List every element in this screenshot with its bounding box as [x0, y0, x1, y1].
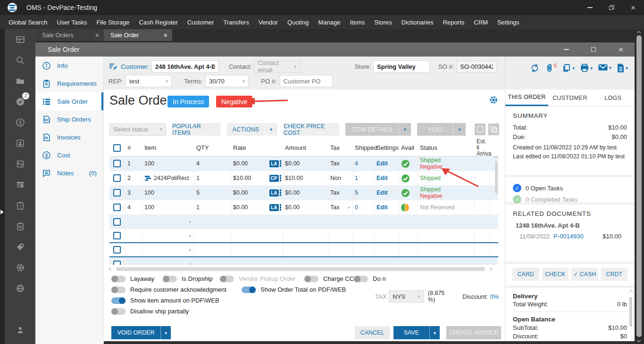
sidebar-item-settings[interactable] — [5, 257, 35, 278]
tab-logs[interactable]: LOGS — [592, 90, 635, 106]
discount-value[interactable]: 0% — [490, 293, 499, 300]
rate-type-badge[interactable]: LA — [269, 160, 278, 167]
chevron-down-icon[interactable]: ▾ — [189, 233, 191, 238]
sidebar-item-tags[interactable] — [5, 237, 35, 257]
panel-scrollbar[interactable] — [629, 287, 633, 336]
table-horizontal-scrollbar[interactable] — [109, 266, 498, 272]
nav-item-requirements[interactable]: Requirements — [35, 74, 103, 92]
rate-type-badge[interactable]: LA — [269, 204, 278, 211]
toggle-do-not[interactable]: Do n — [354, 275, 385, 282]
table-vertical-scrollbar[interactable] — [494, 157, 498, 263]
email-button[interactable]: ▾ — [598, 63, 611, 72]
select-region-button[interactable] — [475, 123, 485, 135]
rate-type-badge[interactable]: CP — [269, 175, 279, 182]
close-button[interactable]: × — [622, 0, 644, 15]
order-settings-button[interactable] — [489, 95, 498, 106]
sidebar-item-tasks[interactable]: 2 — [5, 91, 35, 112]
window-scrollbar[interactable] — [635, 29, 644, 344]
item-details-dropdown-button[interactable]: ▾ — [398, 123, 411, 136]
toggle-is-dropship[interactable]: Is Dropship — [163, 275, 213, 282]
tab-close-icon[interactable]: × — [164, 32, 167, 39]
copy-button[interactable]: ▾ — [562, 63, 575, 73]
check-payment-button[interactable]: CHECK — [542, 268, 569, 281]
kebab-menu-icon[interactable] — [280, 174, 282, 181]
row-checkbox[interactable] — [113, 246, 121, 254]
inner-maximize-button[interactable] — [580, 42, 607, 57]
nav-item-ship-orders[interactable]: SH Ship Orders — [35, 110, 103, 128]
sidebar-item-user[interactable] — [5, 319, 35, 340]
empty-row[interactable]: ▾ — [109, 215, 498, 229]
nav-item-sale-order[interactable]: Sale Order — [35, 92, 103, 110]
related-doc-link[interactable]: P-0014930 — [553, 233, 584, 240]
actions-dropdown-button[interactable]: ▾ — [265, 123, 277, 136]
card-payment-button[interactable]: CARD — [512, 268, 539, 281]
row-checkbox[interactable] — [113, 218, 121, 226]
menu-reports[interactable]: Reports — [438, 19, 469, 26]
menu-dictionaries[interactable]: Dictionaries — [397, 19, 438, 26]
save-dropdown-button[interactable]: ▾ — [429, 326, 440, 339]
restore-button[interactable] — [601, 0, 622, 15]
completed-tasks[interactable]: ✓ 0 Completed Tasks — [513, 195, 627, 204]
chevron-down-icon[interactable]: ▾ — [189, 219, 191, 224]
menu-settings[interactable]: Settings — [493, 19, 524, 26]
tab-close-icon[interactable]: × — [95, 32, 99, 39]
edit-link[interactable]: Edit — [376, 204, 388, 211]
toggle-show-item-amount[interactable]: Show item amount on PDF\WEB — [111, 297, 219, 304]
menu-manage[interactable]: Manage — [313, 19, 345, 26]
customer-label[interactable]: Customer: — [121, 63, 149, 70]
menu-user-tasks[interactable]: User Tasks — [52, 19, 92, 26]
save-button[interactable]: SAVE — [393, 326, 429, 339]
export-document-button[interactable]: ▾ — [617, 63, 628, 73]
sidebar-item-web[interactable] — [5, 278, 35, 299]
menu-transfers[interactable]: Transfers — [218, 19, 253, 26]
empty-row[interactable]: ▾ — [109, 243, 498, 257]
check-price-cost-button[interactable]: CHECK PRICE COST — [284, 123, 340, 136]
create-invoice-button[interactable]: CREATE INVOICE — [446, 326, 501, 339]
sidebar-item-transfers[interactable] — [5, 154, 35, 174]
kebab-menu-icon[interactable] — [280, 189, 282, 196]
tab-this-order[interactable]: THIS ORDER — [505, 90, 548, 106]
toggle-charge-cc[interactable]: Charge CC — [304, 275, 354, 282]
void-button[interactable]: VOID — [417, 123, 453, 136]
void-order-button[interactable]: VOID ORDER — [111, 326, 160, 339]
tax-dropdown[interactable]: NYS▾ — [389, 290, 424, 303]
table-row[interactable]: 4 100 1 $0.00LA $0.00 Tax▾ 0 Edit Not Re… — [109, 200, 498, 215]
sidebar-item-help-tasks[interactable]: ? — [5, 195, 35, 216]
sidebar-item-files[interactable] — [5, 71, 35, 91]
kebab-menu-icon[interactable] — [280, 204, 282, 211]
void-order-dropdown-button[interactable]: ▾ — [160, 326, 171, 339]
empty-row[interactable]: ▾ — [109, 257, 498, 265]
cancel-button[interactable]: CANCEL — [355, 326, 390, 339]
menu-global-search[interactable]: Global Search — [4, 19, 52, 26]
sidebar-item-search[interactable] — [5, 50, 35, 71]
toggle-require-customer-acknowledgment[interactable]: Require customer acknowledgment — [111, 286, 226, 293]
inner-minimize-button[interactable] — [552, 42, 580, 57]
row-checkbox[interactable] — [113, 160, 121, 167]
chevron-down-icon[interactable]: ▾ — [189, 262, 191, 265]
cash-payment-button[interactable]: ✓ CASH — [571, 268, 598, 281]
crdt-payment-button[interactable]: CRDT — [601, 268, 628, 281]
edit-link[interactable]: Edit — [376, 160, 388, 167]
row-checkbox[interactable] — [113, 261, 121, 265]
inner-close-button[interactable]: × — [607, 42, 635, 57]
toggle-vendor-pickup-order[interactable]: Vendor Pickup Order — [220, 275, 296, 282]
select-status-dropdown[interactable]: Select status▾ — [109, 123, 166, 136]
edit-order-icon[interactable] — [109, 62, 118, 71]
minimize-button[interactable] — [579, 0, 601, 15]
customer-field[interactable] — [151, 60, 218, 73]
attachments-button[interactable]: 0 — [545, 63, 557, 73]
expand-arrow-icon[interactable] — [0, 210, 4, 214]
contact-dropdown[interactable]: Contact email▾ — [254, 60, 300, 73]
edit-link[interactable]: Edit — [376, 189, 388, 196]
menu-vendor[interactable]: Vendor — [254, 19, 283, 26]
so-number-field[interactable] — [456, 60, 497, 73]
print-button[interactable]: ▾ — [580, 63, 593, 73]
chevron-down-icon[interactable]: ▾ — [189, 247, 191, 253]
nav-item-cost[interactable]: $ Cost — [35, 146, 103, 164]
terms-dropdown[interactable]: 30/70▾ — [205, 75, 249, 87]
row-checkbox[interactable] — [113, 174, 121, 182]
edit-link[interactable]: Edit — [376, 175, 388, 181]
refresh-button[interactable] — [530, 63, 540, 73]
store-field[interactable] — [373, 60, 430, 73]
menu-quoting[interactable]: Quoting — [283, 19, 314, 26]
